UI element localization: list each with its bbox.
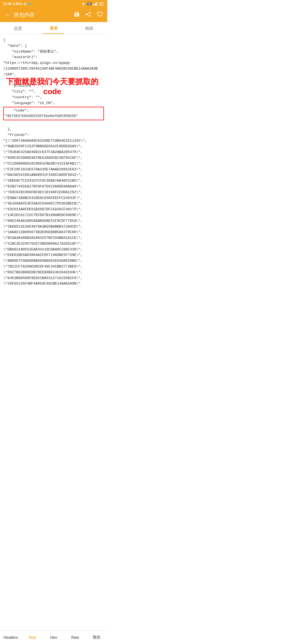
header-icons	[74, 11, 103, 19]
json-line: "country": "",	[3, 95, 42, 99]
svg-rect-1	[94, 4, 95, 6]
json-line: "avatarUrl": "https://thirdqq.qlogo.cn/q…	[3, 55, 70, 65]
favorite-button[interactable]	[97, 11, 103, 19]
json-line: \"781B4E425A040D31637F3A2ABA205476\",	[3, 150, 83, 154]
status-bar: 21:04 2.5K/s @ HD 68	[0, 0, 107, 8]
json-line: \"D027B82B06EDB7DEE06B624D204CE89F\",	[3, 270, 83, 274]
status-left: 21:04 2.5K/s @	[3, 2, 30, 6]
json-line: "data": {	[3, 44, 27, 48]
json-line: {	[3, 38, 6, 42]
json-line: \"82B2745CEA27DF0F07E815A9DE08A8A6\",	[3, 184, 83, 189]
status-right: HD 68	[81, 2, 104, 6]
json-line: \"F2F10F1024E670A335E7AAAD26651E63\",	[3, 167, 83, 171]
signal-icon	[93, 2, 97, 6]
json-line: \"7B21CF7826AEDDCDF49C34CBB3773BE6\",	[3, 264, 83, 269]
json-line: \"DB602180552EA034210C9A80C290C330\",	[3, 247, 83, 252]
tab-overview[interactable]: 总览	[0, 22, 36, 34]
tab-response[interactable]: 响应	[72, 22, 107, 34]
wifi-icon	[81, 2, 86, 6]
json-line: \"009C4C59ADD4A70E6180DCB23EF92C6F\",	[3, 156, 83, 160]
json-line: /100",	[3, 72, 16, 77]
json-line: "[\"2D674A960A9C92CD6E719B94E321133C\",	[3, 139, 87, 143]
battery-icon: 68	[99, 2, 104, 6]
json-line: "city": "",	[3, 89, 35, 94]
json-line: \"8C6A3A408B4A2803257BFC84BB4161CE\",	[3, 236, 83, 240]
json-line: \"63C613A8FDE61B2097DF21D26CF4D175\",	[3, 207, 83, 211]
app-header: ← 抓包内容	[0, 8, 107, 22]
json-line: \"703C028C966FBF8EC18108FCE9DA1292\",	[3, 190, 83, 194]
json-line: \"4E436ADCE4E59A2C8460D17D53D3BECB\",	[3, 201, 83, 206]
code-highlight-line: "code": "8b73637b8d30533875ee0efb0535682…	[3, 107, 104, 121]
svg-rect-0	[93, 4, 94, 6]
json-line: \"38EE0F7C2341CFCF6C3EBA7AA40C52B5\",	[3, 179, 83, 183]
svg-rect-3	[96, 2, 97, 6]
json-line: },	[3, 127, 12, 131]
json-line: \"06E24EA810EEA6BA5EAE51F9C5F77DCA\",	[3, 219, 83, 223]
json-line: \"1A6AC13D095673B3E05EB8B5A6379C09\",	[3, 230, 83, 234]
json-lines: { "data": { "nickName": "风轻寒云", "avatarU…	[3, 37, 104, 287]
json-line: \"26F65156F4BF4A858C48CBE14AAA2A9B\"	[3, 282, 81, 286]
svg-rect-2	[95, 3, 96, 6]
json-line: "friends":	[3, 133, 29, 137]
json-line: \"ABD9E7F9AD8DBA085BA501E04DA559B8\",	[3, 259, 83, 263]
hd-icon: HD	[87, 2, 92, 5]
back-button[interactable]: ←	[4, 11, 10, 18]
json-line: \"DA16E541081AB00931F16DCCAD5F5042\",	[3, 173, 83, 177]
save-button[interactable]	[74, 11, 80, 19]
json-line: \"6452BD05D9F8E8CCBA5312718155B2F9\",	[3, 276, 83, 280]
json-line: /1108057289/26F65156F4BF4A858C48CBE14AAA…	[3, 67, 98, 71]
json-line: \"14E2EC61722C7EFDD7B16D8BEBC99D9E\",	[3, 213, 83, 217]
json-line: "gender": 0,	[3, 78, 38, 82]
json-line: \"41BC2E324575CE73BD5B99617A2E018F\",	[3, 242, 83, 246]
speed: 2.5K/s @	[13, 2, 27, 6]
json-line: \"EDBA71B0BC541DE0C036FEEFFC24933F\",	[3, 196, 83, 200]
json-line: "language": "zh_CN",	[3, 101, 55, 105]
json-line: \"2B60521E2063079A3B55B0BBB472A9CD\",	[3, 225, 83, 229]
json-line: "province": "",	[3, 84, 44, 88]
json-line: \"9AB2659F1152F9BB08E6642C0DDE03A5\",	[3, 144, 83, 148]
battery-level: 68	[100, 2, 103, 6]
tab-request[interactable]: 请求	[36, 22, 72, 34]
time: 21:04	[3, 2, 12, 6]
json-line: \"CC1D0000D918C9091FAE0B741519FAB1\",	[3, 162, 83, 166]
tab-bar: 总览 请求 响应	[0, 22, 107, 34]
page-title: 抓包内容	[14, 11, 70, 18]
json-line: "nickName": "风轻寒云",	[3, 50, 58, 54]
share-button[interactable]	[85, 11, 91, 19]
status-dot	[28, 3, 30, 5]
json-content: 下面就是我们今天要抓取的code { "data": { "nickName":…	[0, 34, 107, 287]
json-line: \"E6E01BE6AD3804A2C957146DBE5F739E\",	[3, 253, 83, 257]
